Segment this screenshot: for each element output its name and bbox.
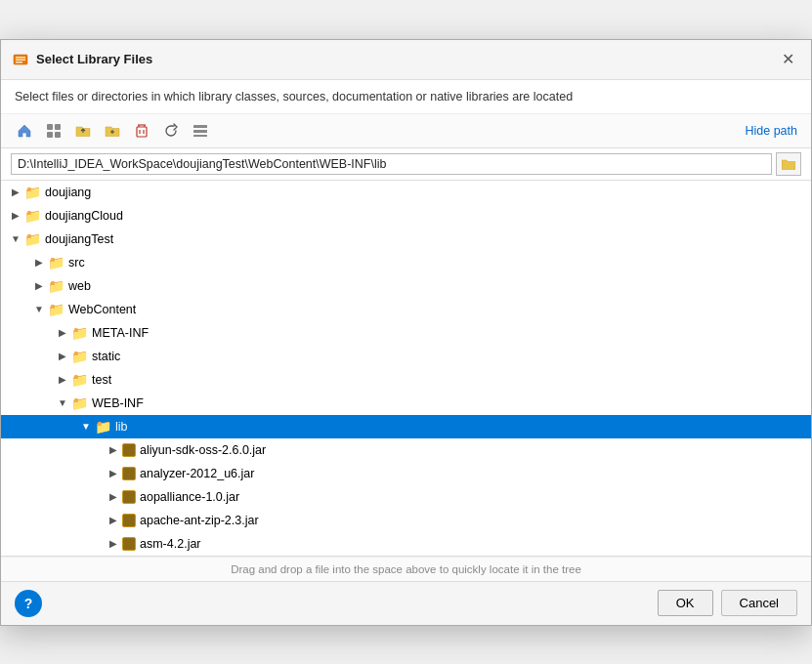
expand-icon-static[interactable]: ▶ (54, 348, 71, 365)
svg-rect-4 (47, 124, 53, 130)
tree-label-aopalliance: aopalliance-1.0.jar (140, 490, 239, 504)
tree-label-lib: lib (115, 420, 128, 434)
jar-icon-analyzer (122, 467, 136, 480)
tree-label-doujiangtest: doujiangTest (45, 232, 113, 246)
tree-label-web: web (68, 279, 91, 293)
expand-icon-doujiangtest[interactable]: ▼ (7, 230, 24, 248)
tree-label-static: static (92, 350, 120, 363)
tree-label-meta-inf: META-INF (92, 326, 149, 340)
footer: ? OK Cancel (1, 581, 811, 625)
tree-item-web[interactable]: ▶ 📁 web (1, 274, 811, 298)
jar-icon-aopalliance (122, 490, 136, 504)
toolbar: Hide path (1, 114, 811, 148)
expand-icon-analyzer[interactable]: ▶ (105, 465, 122, 482)
dialog-title: Select Library Files (36, 52, 152, 66)
expand-icon-meta-inf[interactable]: ▶ (54, 324, 71, 342)
close-button[interactable]: ✕ (776, 48, 799, 71)
svg-rect-6 (47, 132, 53, 138)
delete-toolbar-btn[interactable] (128, 118, 155, 144)
cancel-button[interactable]: Cancel (721, 590, 797, 616)
jar-icon-apache-ant (122, 514, 136, 527)
svg-rect-5 (55, 124, 61, 130)
tree-item-lib[interactable]: ▼ 📁 lib (1, 415, 811, 438)
tree-item-static[interactable]: ▶ 📁 static (1, 345, 811, 368)
jar-icon-aliyun (122, 443, 136, 457)
folder-icon-doujiang: 📁 (24, 185, 41, 200)
svg-rect-10 (137, 127, 147, 137)
tree-item-src[interactable]: ▶ 📁 src (1, 251, 811, 274)
tree-item-analyzer[interactable]: ▶ analyzer-2012_u6.jar (1, 462, 811, 485)
expand-icon-test[interactable]: ▶ (54, 371, 71, 389)
folder-icon-lib: 📁 (95, 419, 111, 435)
folder-icon-test: 📁 (71, 372, 88, 388)
expand-icon-aliyun[interactable]: ▶ (105, 441, 122, 459)
tree-item-doujiangtest[interactable]: ▼ 📁 doujiangTest (1, 228, 811, 251)
expand-icon-src[interactable]: ▶ (30, 254, 48, 271)
tree-item-meta-inf[interactable]: ▶ 📁 META-INF (1, 321, 811, 345)
tree-label-apache-ant: apache-ant-zip-2.3.jar (140, 514, 259, 527)
svg-rect-17 (193, 130, 207, 133)
view-toolbar-btn[interactable] (187, 118, 214, 144)
tree-item-doujiang[interactable]: ▶ 📁 doujiang (1, 181, 811, 204)
folder-icon-doujiangcloud: 📁 (24, 208, 41, 224)
tree-label-doujiang: doujiang (45, 186, 91, 199)
home-toolbar-btn[interactable] (11, 118, 38, 144)
library-icon (13, 52, 28, 67)
file-tree: ▶ 📁 doujiang ▶ 📁 doujiangCloud ▼ 📁 douji… (1, 181, 811, 557)
tree-item-aliyun[interactable]: ▶ aliyun-sdk-oss-2.6.0.jar (1, 438, 811, 462)
jar-icon-asm (122, 537, 136, 551)
expand-icon-doujiang[interactable]: ▶ (7, 184, 24, 201)
expand-icon-webcontent[interactable]: ▼ (30, 301, 48, 318)
tree-item-doujiangcloud[interactable]: ▶ 📁 doujiangCloud (1, 204, 811, 228)
tree-item-webcontent[interactable]: ▼ 📁 WebContent (1, 298, 811, 321)
folder-icon-doujiangtest: 📁 (24, 231, 41, 247)
tree-label-aliyun: aliyun-sdk-oss-2.6.0.jar (140, 443, 266, 457)
svg-rect-2 (16, 59, 25, 61)
ok-button[interactable]: OK (658, 590, 713, 616)
path-folder-button[interactable] (776, 152, 801, 176)
description-text: Select files or directories in which lib… (1, 80, 811, 114)
tree-item-web-inf[interactable]: ▼ 📁 WEB-INF (1, 392, 811, 415)
title-bar: Select Library Files ✕ (1, 40, 811, 80)
tree-label-src: src (68, 256, 85, 270)
svg-rect-7 (55, 132, 61, 138)
folder-up-toolbar-btn[interactable] (69, 118, 97, 144)
tree-item-aopalliance[interactable]: ▶ aopalliance-1.0.jar (1, 485, 811, 509)
expand-icon-web[interactable]: ▶ (30, 277, 48, 295)
folder-icon-meta-inf: 📁 (71, 325, 88, 341)
folder-icon-webcontent: 📁 (48, 302, 64, 317)
hide-path-link[interactable]: Hide path (741, 122, 801, 140)
svg-rect-1 (16, 57, 25, 59)
select-library-files-dialog: Select Library Files ✕ Select files or d… (0, 39, 812, 626)
tree-label-web-inf: WEB-INF (92, 396, 144, 410)
tree-item-asm[interactable]: ▶ asm-4.2.jar (1, 532, 811, 556)
refresh-toolbar-btn[interactable] (157, 118, 185, 144)
help-button[interactable]: ? (15, 590, 42, 617)
path-row (1, 148, 811, 181)
grid-toolbar-btn[interactable] (40, 118, 67, 144)
expand-icon-aopalliance[interactable]: ▶ (105, 488, 122, 506)
tree-item-apache-ant[interactable]: ▶ apache-ant-zip-2.3.jar (1, 509, 811, 532)
expand-icon-apache-ant[interactable]: ▶ (105, 512, 122, 529)
folder-icon-src: 📁 (48, 255, 64, 270)
folder-icon-static: 📁 (71, 349, 88, 364)
drag-hint: Drag and drop a file into the space abov… (1, 557, 811, 581)
tree-item-test[interactable]: ▶ 📁 test (1, 368, 811, 392)
svg-rect-16 (193, 125, 207, 128)
expand-icon-asm[interactable]: ▶ (105, 535, 122, 553)
folder-new-toolbar-btn[interactable] (99, 118, 126, 144)
svg-rect-3 (16, 62, 22, 63)
tree-label-webcontent: WebContent (68, 303, 136, 316)
folder-icon-web: 📁 (48, 278, 64, 294)
svg-rect-18 (193, 135, 207, 137)
tree-label-test: test (92, 373, 111, 387)
expand-icon-web-inf[interactable]: ▼ (54, 394, 71, 412)
expand-icon-doujiangcloud[interactable]: ▶ (7, 207, 24, 225)
title-bar-left: Select Library Files (13, 52, 152, 67)
folder-icon-web-inf: 📁 (71, 395, 88, 411)
expand-icon-lib[interactable]: ▼ (77, 418, 95, 436)
tree-label-doujiangcloud: doujiangCloud (45, 209, 123, 223)
path-input[interactable] (11, 153, 772, 175)
tree-label-asm: asm-4.2.jar (140, 537, 201, 551)
tree-label-analyzer: analyzer-2012_u6.jar (140, 467, 254, 480)
